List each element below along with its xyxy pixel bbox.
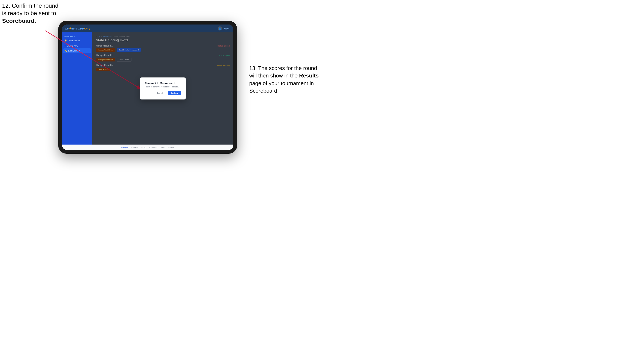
footer-terms[interactable]: Terms [160,147,165,148]
footer-privacy[interactable]: Privacy [168,147,174,148]
modal-cancel-button[interactable]: Cancel [154,91,166,95]
sidebar-tournaments-label: Tournaments [68,39,80,42]
sidebar: MAIN MENU 🏆 Tournaments + Create New ✏️ … [62,32,92,145]
transmit-modal: Transmit to Scoreboard Ready to send thi… [140,77,186,99]
logo: Le⚜derboardKing [65,27,90,30]
footer-features[interactable]: Features [131,147,138,148]
sidebar-edit-label: Edit Existing [68,50,80,52]
annotation-top-left: 12. Confirm the round is ready to be sen… [2,2,58,25]
sidebar-create-label: Create New [67,45,78,47]
sign-in-button[interactable]: Sign In [224,27,230,30]
sidebar-item-tournaments[interactable]: 🏆 Tournaments [62,38,92,43]
modal-confirm-button[interactable]: Confirm [168,91,181,95]
logo-area: Le⚜derboardKing [65,27,90,30]
modal-actions: Cancel Confirm [145,91,181,95]
annotation-line2: is ready to be sent to [2,10,56,16]
plus-icon: + [64,45,66,47]
edit-icon: ✏️ [64,50,67,52]
footer-pricing[interactable]: Pricing [141,147,146,148]
page-content: Home › Tournaments › State U Spring Invi… [92,32,234,145]
header-right: 👤 Sign In [218,26,230,30]
main-content: MAIN MENU 🏆 Tournaments + Create New ✏️ … [62,32,234,145]
app-header: Le⚜derboardKing 👤 Sign In [62,24,234,32]
user-avatar-icon: 👤 [218,26,222,30]
footer-resources[interactable]: Resources [149,147,157,148]
modal-subtitle: Ready to send this round to Scoreboard? [145,86,181,88]
tablet-screen: Le⚜derboardKing 👤 Sign In MAIN MENU 🏆 To… [62,24,234,150]
annotation-right: 13. The scores for the round will then s… [249,64,320,95]
annotation-line1: 12. Confirm the round [2,2,58,9]
modal-overlay: Transmit to Scoreboard Ready to send thi… [92,32,234,145]
annotation-right-text: 13. The scores for the round will then s… [249,65,319,94]
modal-title: Transmit to Scoreboard [145,82,181,85]
menu-label: MAIN MENU [62,34,92,38]
sidebar-item-edit-existing[interactable]: ✏️ Edit Existing [63,48,91,53]
tablet-device: Le⚜derboardKing 👤 Sign In MAIN MENU 🏆 To… [58,21,237,154]
annotation-bold: Scoreboard. [2,18,36,24]
sidebar-item-create-new[interactable]: + Create New [62,43,92,48]
footer-product[interactable]: Product [122,147,128,148]
app-footer: Product Features Pricing Resources Terms… [62,145,234,150]
trophy-icon: 🏆 [64,39,67,42]
